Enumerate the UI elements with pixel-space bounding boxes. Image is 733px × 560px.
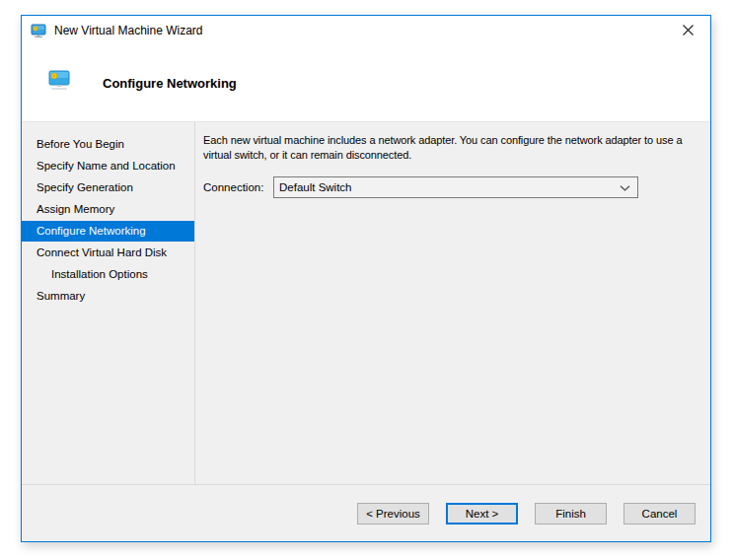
window-title: New Virtual Machine Wizard <box>54 24 203 37</box>
sidebar-item-configure-networking[interactable]: Configure Networking <box>22 221 194 242</box>
connection-dropdown[interactable]: Default Switch <box>273 176 638 198</box>
previous-button[interactable]: < Previous <box>357 503 429 525</box>
finish-button[interactable]: Finish <box>535 503 607 525</box>
cancel-button[interactable]: Cancel <box>623 503 696 525</box>
connection-label: Connection: <box>203 181 273 193</box>
vm-monitor-icon <box>31 23 46 38</box>
wizard-steps-nav: Before You Begin Specify Name and Locati… <box>22 122 195 484</box>
chevron-down-icon <box>620 185 630 191</box>
connection-selected-value: Default Switch <box>279 181 352 193</box>
new-virtual-machine-wizard-window: New Virtual Machine Wizard Configure Net… <box>21 15 711 542</box>
close-icon <box>683 25 694 35</box>
main-pane: Each new virtual machine includes a netw… <box>195 122 715 484</box>
sidebar-item-summary[interactable]: Summary <box>22 286 194 307</box>
titlebar[interactable]: New Virtual Machine Wizard <box>22 16 710 45</box>
button-bar: < Previous Next > Finish Cancel <box>22 484 710 541</box>
page-title: Configure Networking <box>103 76 237 91</box>
close-button[interactable] <box>666 16 710 44</box>
sidebar-item-specify-name-and-location[interactable]: Specify Name and Location <box>22 156 194 176</box>
sidebar-item-assign-memory[interactable]: Assign Memory <box>22 199 194 220</box>
wizard-header: Configure Networking <box>22 45 710 121</box>
sidebar-item-connect-virtual-hard-disk[interactable]: Connect Virtual Hard Disk <box>22 243 194 263</box>
wizard-body: Before You Begin Specify Name and Locati… <box>22 121 710 484</box>
configure-networking-icon <box>47 70 71 92</box>
sidebar-item-specify-generation[interactable]: Specify Generation <box>22 177 194 198</box>
description-text: Each new virtual machine includes a netw… <box>203 133 701 163</box>
sidebar-item-installation-options[interactable]: Installation Options <box>22 264 194 285</box>
sidebar-item-before-you-begin[interactable]: Before You Begin <box>22 134 194 155</box>
next-button[interactable]: Next > <box>446 503 518 525</box>
connection-row: Connection: Default Switch <box>203 176 701 198</box>
